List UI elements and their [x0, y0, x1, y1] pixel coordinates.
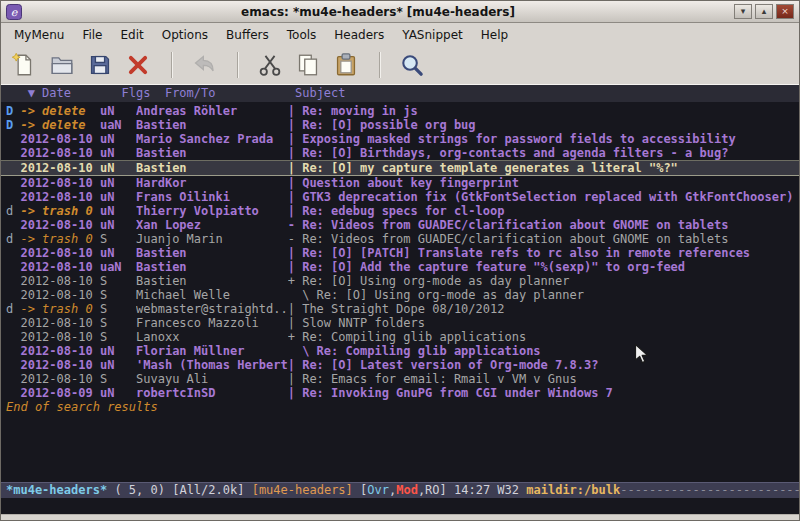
- mark-cell: d: [6, 232, 20, 246]
- emacs-frame: ▼ DateFlgsFrom/ToSubject D -> deleteuNAn…: [1, 85, 799, 514]
- date-cell: 2012-08-10: [20, 161, 99, 175]
- menu-yasnippet[interactable]: YASnippet: [393, 25, 472, 45]
- message-row[interactable]: D -> deleteuaNBastien| Re: [O] possible …: [1, 118, 799, 132]
- open-folder-button[interactable]: [47, 50, 77, 80]
- menu-tools[interactable]: Tools: [278, 25, 326, 45]
- mark-cell: d: [6, 204, 20, 218]
- subject-cell: | Re: edebug specs for cl-loop: [288, 204, 799, 218]
- message-row[interactable]: 2012-08-10uN'Mash (Thomas Herbert)| Re: …: [1, 358, 799, 372]
- from-cell: Florian Müllner: [136, 344, 288, 358]
- mark-cell: [6, 176, 20, 190]
- cut-button[interactable]: [255, 50, 285, 80]
- modeline-segment: Ovr: [367, 483, 389, 497]
- window-bottom-edge: [1, 514, 799, 521]
- menu-headers[interactable]: Headers: [325, 25, 393, 45]
- message-row[interactable]: 2012-08-10SSuvayu Ali| Re: Emacs for ema…: [1, 372, 799, 386]
- subject-cell: | Re: [O] possible org bug: [288, 118, 799, 132]
- message-row[interactable]: 2012-08-10SFrancesco Mazzoli| Slow NNTP …: [1, 316, 799, 330]
- flags-cell: uaN: [100, 260, 136, 274]
- close-icon: [125, 52, 151, 78]
- echo-area[interactable]: [1, 498, 799, 514]
- message-row[interactable]: 2012-08-09uNrobertcInSD| Re: Invoking Gn…: [1, 386, 799, 400]
- from-cell: Mario Sanchez Prada: [136, 132, 288, 146]
- from-cell: Bastien: [136, 260, 288, 274]
- modeline-segment: ( 5, 0) [All/2.0k]: [107, 483, 252, 497]
- col-header-flags[interactable]: Flgs: [122, 85, 165, 101]
- from-cell: Suvayu Ali: [136, 372, 288, 386]
- toolbar-separator: [379, 52, 381, 78]
- message-row[interactable]: 2012-08-10uNBastien| Re: [O] my capture …: [1, 160, 799, 176]
- new-file-button[interactable]: [9, 50, 39, 80]
- flags-cell: uN: [100, 386, 136, 400]
- message-row[interactable]: 2012-08-10uNBastien| Re: [O] [PATCH] Tra…: [1, 246, 799, 260]
- date-cell: 2012-08-10: [20, 288, 99, 302]
- maximize-button[interactable]: ▴: [755, 4, 773, 19]
- subject-cell: | The Straight Dope 08/10/2012: [288, 302, 799, 316]
- subject-cell: - Re: Videos from GUADEC/clarification a…: [288, 218, 799, 232]
- col-header-date[interactable]: ▼ Date: [28, 85, 122, 101]
- from-cell: Lanoxx: [136, 330, 288, 344]
- message-row[interactable]: 2012-08-10SMichael Welle \ Re: [O] Using…: [1, 288, 799, 302]
- menu-help[interactable]: Help: [472, 25, 517, 45]
- message-row[interactable]: 2012-08-10uNHardKor| Question about key …: [1, 176, 799, 190]
- menu-mymenu[interactable]: MyMenu: [5, 25, 73, 45]
- message-row[interactable]: 2012-08-10SLanoxx+ Re: Compiling glib ap…: [1, 330, 799, 344]
- date-cell: 2012-08-09: [20, 386, 99, 400]
- copy-button[interactable]: [293, 50, 323, 80]
- subject-cell: | Re: [O] Add the capture feature "%(sex…: [288, 260, 799, 274]
- from-cell: Juanjo Marin: [136, 232, 288, 246]
- mark-cell: [6, 218, 20, 232]
- flags-cell: uN: [100, 104, 136, 118]
- col-header-from[interactable]: From/To: [165, 85, 295, 101]
- date-cell: 2012-08-10: [20, 316, 99, 330]
- flags-cell: uN: [100, 190, 136, 204]
- subject-cell: | Re: moving in js: [288, 104, 799, 118]
- from-cell: Bastien: [136, 274, 288, 288]
- menu-bar: MyMenuFileEditOptionsBuffersToolsHeaders…: [1, 23, 799, 46]
- undo-button[interactable]: [189, 50, 219, 80]
- close-button[interactable]: ×: [776, 4, 794, 19]
- message-row[interactable]: 2012-08-10uNXan Lopez- Re: Videos from G…: [1, 218, 799, 232]
- modeline-segment: maildir:/bulk: [526, 483, 620, 497]
- save-icon: [87, 52, 113, 78]
- copy-icon: [295, 52, 321, 78]
- flags-cell: uN: [100, 204, 136, 218]
- minimize-button[interactable]: ▾: [734, 4, 752, 19]
- end-of-search-results: End of search results: [1, 400, 799, 414]
- message-row[interactable]: d -> trash 0SJuanjo Marin- Re: Videos fr…: [1, 232, 799, 246]
- menu-buffers[interactable]: Buffers: [217, 25, 278, 45]
- menu-edit[interactable]: Edit: [112, 25, 153, 45]
- flags-cell: S: [100, 316, 136, 330]
- message-row[interactable]: 2012-08-10uNFlorian Müllner \ Re: Compil…: [1, 344, 799, 358]
- message-row[interactable]: 2012-08-10uNFrans Oilinki| GTK3 deprecat…: [1, 190, 799, 204]
- toolbar-separator: [171, 52, 173, 78]
- message-row[interactable]: 2012-08-10uNBastien| Re: [O] Birthdays, …: [1, 146, 799, 160]
- subject-cell: - Re: Videos from GUADEC/clarification a…: [288, 232, 799, 246]
- message-row[interactable]: 2012-08-10uaNBastien| Re: [O] Add the ca…: [1, 260, 799, 274]
- col-header-subject[interactable]: Subject: [295, 85, 346, 101]
- date-cell: 2012-08-10: [20, 246, 99, 260]
- cut-icon: [257, 52, 283, 78]
- modeline-segment: 14:27: [454, 483, 497, 497]
- message-row[interactable]: D -> deleteuNAndreas Röhler| Re: moving …: [1, 104, 799, 118]
- message-row[interactable]: 2012-08-10uNMario Sanchez Prada| Exposin…: [1, 132, 799, 146]
- headers-buffer[interactable]: D -> deleteuNAndreas Röhler| Re: moving …: [1, 102, 799, 482]
- modeline-segment: W32: [497, 483, 526, 497]
- flags-cell: uN: [100, 358, 136, 372]
- mode-line[interactable]: *mu4e-headers* ( 5, 0) [All/2.0k] [mu4e-…: [1, 482, 799, 498]
- mark-cell: D: [6, 118, 20, 132]
- message-row[interactable]: d -> trash 0Swebmaster@straightd...| The…: [1, 302, 799, 316]
- close-button[interactable]: [123, 50, 153, 80]
- message-row[interactable]: d -> trash 0uNThierry Volpiatto| Re: ede…: [1, 204, 799, 218]
- message-row[interactable]: 2012-08-10SBastien+ Re: [O] Using org-mo…: [1, 274, 799, 288]
- modeline-segment: [: [353, 483, 367, 497]
- search-button[interactable]: [397, 50, 427, 80]
- titlebar[interactable]: e emacs: *mu4e-headers* [mu4e-headers] ▾…: [1, 1, 799, 23]
- mark-cell: [6, 358, 20, 372]
- menu-options[interactable]: Options: [153, 25, 217, 45]
- date-cell: -> trash 0: [20, 204, 99, 218]
- save-button[interactable]: [85, 50, 115, 80]
- date-cell: 2012-08-10: [20, 176, 99, 190]
- menu-file[interactable]: File: [73, 25, 111, 45]
- paste-button[interactable]: [331, 50, 361, 80]
